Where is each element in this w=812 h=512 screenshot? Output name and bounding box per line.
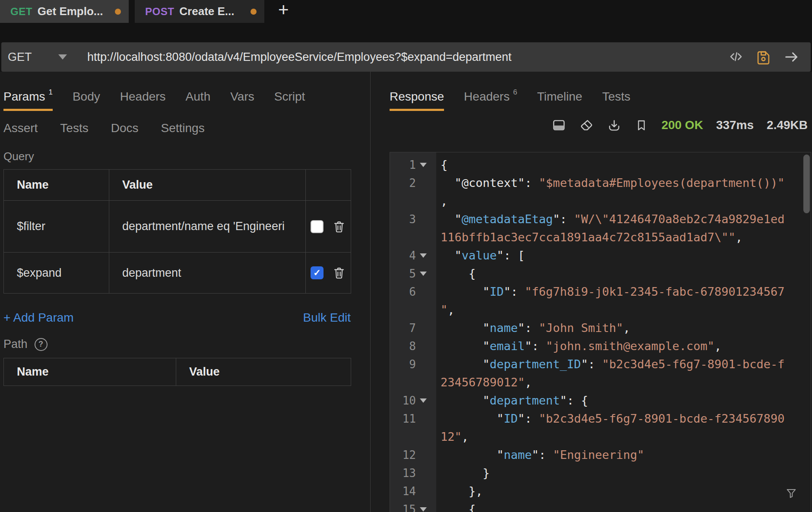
path-params-table: Name Value: [3, 358, 351, 386]
line-number: 11: [390, 412, 416, 425]
code-line: {: [441, 265, 811, 283]
param-name-input[interactable]: $filter: [4, 201, 109, 253]
code-icon: [728, 49, 744, 65]
code-line: ",: [441, 301, 811, 319]
query-col-value-header: Value: [109, 170, 306, 201]
help-icon[interactable]: ?: [35, 338, 48, 351]
method-label-post: POST: [145, 6, 174, 18]
code-line: "department": {: [441, 392, 811, 410]
param-value-input[interactable]: department/name eq 'Engineeri: [109, 201, 306, 253]
method-dropdown[interactable]: GET: [1, 51, 67, 64]
query-param-row: $filter department/name eq 'Engineeri ✓: [4, 201, 351, 253]
query-param-row: $expand department ✓: [4, 253, 351, 294]
tab-vars[interactable]: Vars: [230, 90, 254, 111]
method-selected-value: GET: [8, 51, 32, 64]
tab-settings[interactable]: Settings: [161, 121, 205, 135]
scrollbar-thumb[interactable]: [803, 155, 810, 213]
url-input[interactable]: http://localhost:8080/odata/v4/EmployeeS…: [87, 51, 728, 64]
bookmark-response-button[interactable]: [634, 118, 648, 132]
response-body: 123456789101112131415 { "@context": "$me…: [390, 152, 811, 512]
tab-title: Create E...: [179, 5, 234, 18]
method-label-get: GET: [10, 6, 32, 18]
unsaved-changes-dot-icon: [251, 9, 257, 15]
line-number: 8: [390, 340, 416, 353]
query-col-actions-header: [306, 170, 351, 201]
code-line: {: [441, 500, 811, 512]
url-bar: GET http://localhost:8080/odata/v4/Emplo…: [1, 42, 811, 72]
fold-arrow-icon[interactable]: [416, 253, 431, 258]
request-tab-bar: GET Get Emplo... POST Create E... +: [0, 0, 812, 23]
line-number: 10: [390, 394, 416, 407]
tab-response[interactable]: Response: [390, 90, 444, 111]
param-enabled-checkbox[interactable]: ✓: [311, 266, 324, 279]
response-tabs-row: Response Headers6 Timeline Tests: [390, 88, 812, 111]
code-line: "email": "john.smith@example.com",: [441, 337, 811, 355]
line-number: 3: [390, 213, 416, 226]
query-section-label: Query: [3, 150, 370, 163]
code-line: "@context": "$metadata#Employees(departm…: [441, 174, 811, 192]
tab-auth[interactable]: Auth: [186, 90, 211, 111]
request-tab-get[interactable]: GET Get Emplo...: [0, 0, 129, 23]
fold-arrow-icon[interactable]: [416, 272, 431, 276]
tab-tests[interactable]: Tests: [602, 90, 630, 111]
tab-tests[interactable]: Tests: [60, 121, 88, 135]
code-line: "@metadataEtag": "W/\"41246470a8eb2c74a9…: [441, 210, 811, 228]
trash-icon: [332, 220, 346, 234]
filter-funnel-icon: [785, 487, 798, 499]
line-number: 12: [390, 449, 416, 461]
code-line: 116bffb1ac3ec7cca1891aa4c72c8155aad1ad7\…: [441, 228, 811, 247]
url-bar-container: GET http://localhost:8080/odata/v4/Emplo…: [0, 23, 812, 72]
delete-param-button[interactable]: [332, 220, 346, 234]
path-col-name-header: Name: [4, 358, 176, 386]
param-value-input[interactable]: department: [109, 253, 306, 294]
code-line: 12",: [441, 428, 811, 446]
toggle-layout-button[interactable]: [552, 118, 566, 133]
headers-count-badge: 6: [513, 88, 517, 96]
trash-icon: [332, 266, 346, 280]
line-number-gutter: 123456789101112131415: [390, 152, 436, 512]
code-line: "department_ID": "b2c3d4e5-f6g7-8901-bcd…: [441, 355, 811, 373]
param-enabled-checkbox[interactable]: ✓: [311, 220, 324, 233]
fold-arrow-icon[interactable]: [416, 163, 431, 167]
fold-arrow-icon[interactable]: [416, 398, 431, 403]
save-floppy-icon: [756, 50, 771, 65]
status-code-badge: 200 OK: [661, 118, 703, 132]
panel-layout-icon: [552, 118, 566, 133]
add-param-button[interactable]: + Add Param: [3, 311, 74, 325]
code-line: "value": [: [441, 247, 811, 265]
code-line: ,: [441, 192, 811, 210]
code-snippet-button[interactable]: [728, 49, 744, 65]
delete-param-button[interactable]: [332, 266, 346, 280]
response-pane: Response Headers6 Timeline Tests: [371, 72, 812, 512]
request-tabs-row2: Assert Tests Docs Settings: [3, 121, 370, 135]
code-line: 23456789012",: [441, 373, 811, 392]
tab-params[interactable]: Params1: [3, 88, 53, 111]
code-area: { "@context": "$metadata#Employees(depar…: [436, 152, 811, 512]
path-col-value-header: Value: [176, 358, 351, 386]
filter-response-button[interactable]: [785, 487, 798, 501]
save-button[interactable]: [756, 50, 771, 65]
param-name-input[interactable]: $expand: [4, 253, 109, 294]
fold-arrow-icon[interactable]: [416, 507, 431, 512]
bookmark-icon: [634, 118, 648, 132]
query-params-table: Name Value $filter department/name eq 'E…: [3, 169, 351, 294]
tab-docs[interactable]: Docs: [111, 121, 139, 135]
bulk-edit-button[interactable]: Bulk Edit: [303, 311, 351, 325]
tab-response-headers[interactable]: Headers6: [464, 88, 517, 111]
send-request-button[interactable]: [783, 48, 800, 66]
tab-body[interactable]: Body: [73, 90, 100, 111]
line-number: 13: [390, 467, 416, 480]
code-line: "name": "John Smith",: [441, 319, 811, 337]
arrow-right-icon: [783, 48, 800, 66]
request-tab-post[interactable]: POST Create E...: [135, 0, 264, 23]
code-line: }: [441, 464, 811, 482]
new-tab-button[interactable]: +: [278, 1, 289, 22]
tab-timeline[interactable]: Timeline: [537, 90, 582, 111]
tab-script[interactable]: Script: [274, 90, 305, 111]
download-response-button[interactable]: [607, 118, 622, 133]
tab-assert[interactable]: Assert: [3, 121, 38, 135]
tab-headers[interactable]: Headers: [120, 90, 166, 111]
line-number: 5: [390, 267, 416, 280]
clear-response-button[interactable]: [579, 118, 594, 133]
chevron-down-icon: [58, 54, 67, 60]
